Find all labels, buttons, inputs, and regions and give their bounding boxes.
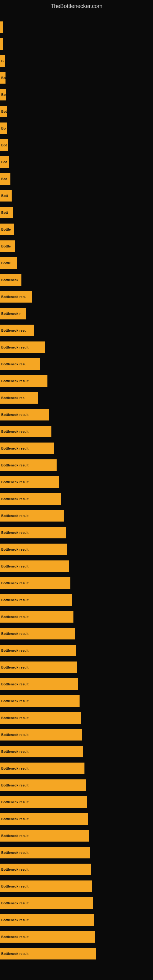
bar: Bott <box>0 207 13 218</box>
bar-label: Bot <box>1 143 7 147</box>
bar-label: Bottleneck result <box>1 783 29 787</box>
bar-label: Bottle <box>1 261 11 265</box>
bar-label: Bottleneck result <box>1 547 29 551</box>
bar: Bottleneck resu <box>0 291 32 302</box>
bar-row: Bottleneck resu <box>0 356 153 372</box>
bar-label: Bott <box>1 211 8 215</box>
bar-label: Bottleneck result <box>1 750 29 753</box>
bar: Bottleneck result <box>0 864 91 875</box>
bar: Bottle <box>0 257 17 269</box>
bar-label: Bottleneck result <box>1 885 29 888</box>
bar-label: Bottleneck resu <box>1 329 27 332</box>
bar: Bottleneck result <box>0 460 57 471</box>
bar-label: Bottleneck result <box>1 463 29 467</box>
bar-label: Bottleneck result <box>1 649 29 652</box>
bar-label: Bottleneck result <box>1 598 29 602</box>
bar-label: Bottleneck result <box>1 581 29 585</box>
bar: Bottleneck result <box>0 678 78 690</box>
bar-row: Bottleneck result <box>0 423 153 440</box>
bar-row: B <box>0 52 153 69</box>
bar-label: Bottleneck result <box>1 430 29 433</box>
bar-row: Bottleneck result <box>0 827 153 844</box>
bar-row: Bo <box>0 86 153 103</box>
bar-row: Bottleneck result <box>0 659 153 676</box>
bar: Bottle <box>0 240 15 252</box>
bar: Bottleneck result <box>0 527 66 538</box>
bar-row: Bottleneck result <box>0 474 153 490</box>
bar-row: Bottleneck r <box>0 305 153 322</box>
bar-row: Bott <box>0 204 153 221</box>
bar-label: Bottleneck result <box>1 699 29 703</box>
bar: Bottleneck result <box>0 796 87 808</box>
bar: Bottleneck result <box>0 712 81 724</box>
bar-row: Bottleneck result <box>0 625 153 642</box>
bar-row: Bottleneck result <box>0 794 153 810</box>
bar-label: Bottleneck result <box>1 632 29 635</box>
bar: Bottleneck result <box>0 662 77 673</box>
bar-row: Bottleneck result <box>0 676 153 692</box>
bar: Bottleneck result <box>0 426 51 438</box>
bar: Bottleneck result <box>0 847 90 858</box>
bar-label: Bottleneck result <box>1 767 29 770</box>
bar-label: Bottleneck resu <box>1 362 27 366</box>
bar-row: Bottleneck result <box>0 541 153 558</box>
bar-label: Bottleneck result <box>1 665 29 669</box>
bar: Bottleneck result <box>0 914 94 926</box>
bar-row: Bottle <box>0 255 153 271</box>
bar-label: Bo <box>1 76 5 80</box>
bar: Bottleneck result <box>0 880 92 892</box>
bar-label: Bottleneck result <box>1 851 29 854</box>
bar-row: Bottleneck result <box>0 440 153 457</box>
bar-row: Bottleneck result <box>0 945 153 962</box>
bar: Bottleneck result <box>0 442 54 454</box>
bar-label: Bo <box>1 126 6 130</box>
bar-row: Bottleneck result <box>0 844 153 861</box>
bar-row: Bottle <box>0 221 153 238</box>
bar-label: Bot <box>1 177 7 181</box>
bar-row: Bo <box>0 120 153 137</box>
bar: Bottleneck res <box>0 392 38 404</box>
bar: Bot <box>0 139 8 151</box>
bar: Bottleneck result <box>0 645 76 656</box>
bar: Bot <box>0 106 7 117</box>
bar: Bottleneck result <box>0 746 83 757</box>
bar-label: Bottleneck result <box>1 345 29 349</box>
bar-row: Bottleneck result <box>0 642 153 659</box>
bar-label: Bottleneck result <box>1 868 29 871</box>
bar: Bottleneck result <box>0 695 80 707</box>
bar-row: Bottleneck result <box>0 558 153 574</box>
bar-row: Bottleneck result <box>0 810 153 827</box>
bar-label: Bottleneck result <box>1 834 29 838</box>
bar: Bot <box>0 173 10 185</box>
bar-label: B <box>1 59 4 63</box>
bar: Bottleneck resu <box>0 325 33 336</box>
bar-row: Bottleneck res <box>0 389 153 406</box>
bar-row: Bottleneck result <box>0 591 153 608</box>
bar-label: Bottleneck r <box>1 312 21 315</box>
bars-container: BBoBoBotBoBotBotBotBottBottBottleBottleB… <box>0 16 153 965</box>
bar: Bottleneck result <box>0 780 86 791</box>
bar-row: Bo <box>0 69 153 86</box>
bar-label: Bottleneck res <box>1 396 24 400</box>
bar-label: Bottleneck result <box>1 952 29 956</box>
bar-label: Bo <box>1 93 6 97</box>
bar: Bottleneck result <box>0 577 70 589</box>
bar-label: Bot <box>1 110 7 113</box>
bar: Bottleneck r <box>0 308 26 320</box>
bar-row: Bottleneck result <box>0 457 153 474</box>
bar-label: Bottleneck result <box>1 935 29 939</box>
bar: Bottleneck result <box>0 375 48 387</box>
bar-row: Bottleneck result <box>0 912 153 928</box>
bar-row: Bottleneck result <box>0 726 153 743</box>
bar-row: Bottleneck result <box>0 743 153 760</box>
bar-row: Bottleneck result <box>0 776 153 794</box>
bar: Bottleneck result <box>0 628 75 640</box>
bar: Bottleneck result <box>0 830 89 842</box>
bar-row: Bottleneck result <box>0 709 153 726</box>
bar-row: Bottleneck resu <box>0 288 153 305</box>
bar: Bott <box>0 190 12 202</box>
bar-label: Bottleneck <box>1 278 18 282</box>
bar-label: Bottleneck result <box>1 682 29 686</box>
bar-row: Bottleneck result <box>0 692 153 709</box>
bar-label: Bottle <box>1 244 11 248</box>
